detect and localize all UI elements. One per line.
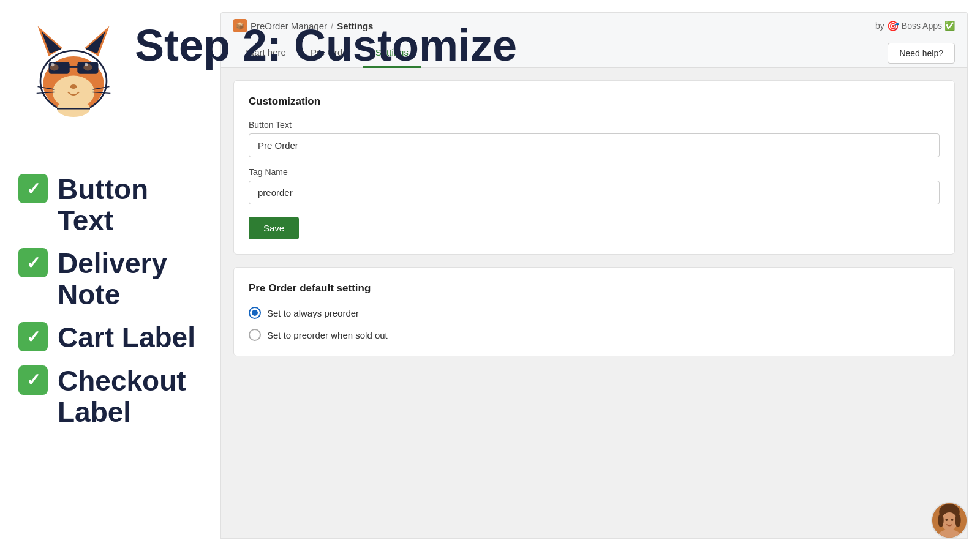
svg-point-12 bbox=[85, 63, 88, 66]
svg-rect-8 bbox=[69, 66, 78, 68]
check-icon-button-text: ✓ bbox=[18, 174, 48, 203]
checklist-item-delivery-note: ✓ Delivery Note bbox=[18, 248, 202, 310]
need-help-button[interactable]: Need help? bbox=[888, 43, 955, 64]
radio-circle-sold-out[interactable] bbox=[249, 329, 261, 341]
radio-circle-always[interactable] bbox=[249, 307, 261, 319]
avatar bbox=[931, 502, 968, 539]
svg-point-11 bbox=[51, 63, 54, 66]
svg-point-28 bbox=[955, 514, 960, 527]
customization-card: Customization Button Text Tag Name Save bbox=[233, 80, 955, 255]
by-label: by bbox=[875, 21, 884, 31]
radio-always-preorder[interactable]: Set to always preorder bbox=[249, 307, 940, 319]
logo-area bbox=[18, 12, 129, 125]
svg-point-24 bbox=[945, 519, 948, 521]
checklist-item-cart-label: ✓ Cart Label bbox=[18, 322, 202, 353]
button-text-input[interactable] bbox=[249, 133, 940, 157]
svg-point-23 bbox=[941, 512, 957, 531]
button-text-label: Button Text bbox=[249, 120, 940, 130]
boss-icon: 🎯 bbox=[887, 20, 899, 32]
customization-title: Customization bbox=[249, 96, 940, 108]
checklist-label-cart-label: Cart Label bbox=[58, 322, 195, 353]
tag-name-label: Tag Name bbox=[249, 167, 940, 177]
radio-label-sold-out: Set to preorder when sold out bbox=[267, 330, 388, 340]
by-boss-apps: by 🎯 Boss Apps ✅ bbox=[875, 20, 955, 32]
radio-sold-out[interactable]: Set to preorder when sold out bbox=[249, 329, 940, 341]
right-panel: 📦 PreOrder Manager / Settings by 🎯 Boss … bbox=[221, 0, 980, 551]
radio-group: Set to always preorder Set to preorder w… bbox=[249, 307, 940, 341]
svg-point-27 bbox=[938, 514, 943, 527]
checklist-label-delivery-note: Delivery Note bbox=[58, 248, 202, 310]
svg-point-25 bbox=[951, 519, 954, 521]
tag-name-group: Tag Name bbox=[249, 167, 940, 204]
avatar-svg bbox=[932, 502, 967, 539]
fox-logo bbox=[18, 12, 129, 122]
check-icon-checkout-label: ✓ bbox=[18, 365, 48, 395]
checklist-label-button-text: Button Text bbox=[58, 174, 202, 236]
checklist: ✓ Button Text ✓ Delivery Note ✓ Cart Lab… bbox=[18, 174, 202, 427]
preorder-default-card: Pre Order default setting Set to always … bbox=[233, 267, 955, 356]
check-icon-delivery-note: ✓ bbox=[18, 248, 48, 277]
tag-name-input[interactable] bbox=[249, 181, 940, 204]
svg-point-13 bbox=[70, 84, 77, 89]
checkmark-icon: ✅ bbox=[944, 21, 955, 31]
save-button[interactable]: Save bbox=[249, 217, 299, 239]
preorder-default-title: Pre Order default setting bbox=[249, 282, 940, 294]
left-panel: Step 2: Customize ✓ Button Text ✓ Delive… bbox=[0, 0, 221, 551]
button-text-group: Button Text bbox=[249, 120, 940, 157]
checklist-label-checkout-label: Checkout Label bbox=[58, 365, 202, 427]
radio-label-always: Set to always preorder bbox=[267, 308, 359, 318]
main-content: Customization Button Text Tag Name Save … bbox=[221, 68, 968, 539]
checklist-item-checkout-label: ✓ Checkout Label bbox=[18, 365, 202, 427]
checklist-item-button-text: ✓ Button Text bbox=[18, 174, 202, 236]
boss-apps-label: Boss Apps bbox=[902, 21, 942, 31]
page-title: Step 2: Customize bbox=[135, 21, 517, 70]
check-icon-cart-label: ✓ bbox=[18, 322, 48, 351]
